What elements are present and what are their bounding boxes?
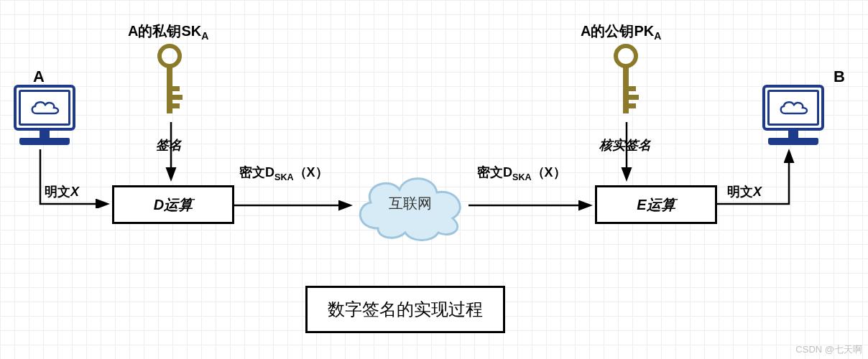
arrow-a-to-d — [37, 149, 114, 208]
title-box: 数字签名的实现过程 — [305, 286, 505, 333]
svg-rect-12 — [629, 103, 636, 108]
d-operation-box: D运算 — [112, 185, 234, 224]
arrow-key-to-e — [619, 122, 634, 185]
label-public-key: A的公钥PKA — [581, 22, 661, 42]
key-icon-public — [608, 43, 644, 122]
arrow-key-to-d — [164, 122, 178, 185]
svg-rect-1 — [167, 65, 172, 113]
svg-rect-3 — [172, 95, 183, 100]
svg-rect-11 — [629, 95, 639, 100]
cloud-icon — [777, 98, 810, 118]
label-internet: 互联网 — [389, 194, 432, 213]
computer-b — [757, 85, 829, 157]
e-operation-box: E运算 — [595, 185, 717, 224]
svg-point-0 — [160, 46, 180, 66]
svg-point-8 — [616, 46, 636, 66]
computer-a — [9, 85, 80, 157]
arrow-d-to-cloud — [234, 198, 356, 213]
svg-rect-10 — [629, 86, 636, 91]
key-icon-private — [152, 43, 188, 122]
label-cipher-left: 密文DSKA（X） — [239, 164, 328, 182]
label-cipher-right: 密文DSKA（X） — [477, 164, 566, 182]
internet-cloud: 互联网 — [349, 164, 471, 246]
svg-rect-4 — [172, 103, 180, 108]
svg-rect-9 — [623, 65, 629, 113]
arrow-cloud-to-e — [468, 198, 596, 213]
label-b: B — [834, 67, 845, 86]
cloud-icon — [28, 98, 61, 118]
label-a: A — [33, 67, 45, 86]
watermark: CSDN @七天啊 — [795, 343, 862, 356]
svg-rect-2 — [172, 86, 180, 91]
label-private-key: A的私钥SKA — [128, 22, 208, 42]
